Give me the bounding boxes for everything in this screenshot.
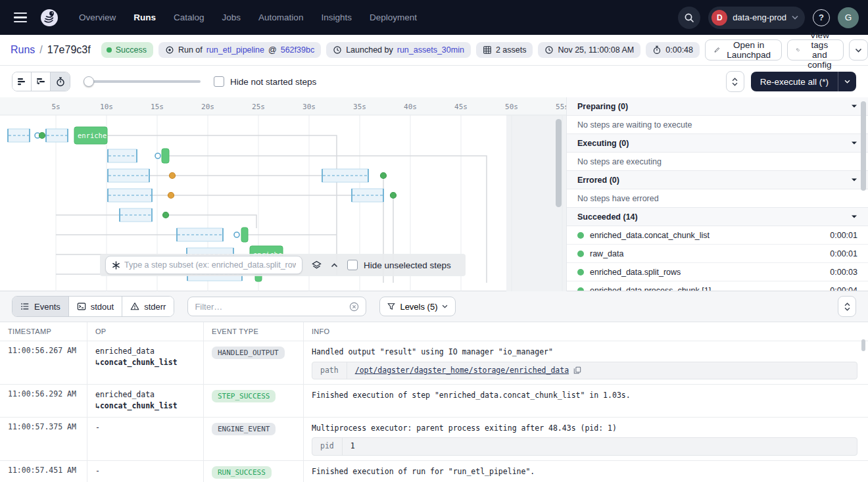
gantt-zoom-slider[interactable] <box>84 76 201 87</box>
tag-link[interactable]: 562f39bc <box>281 45 314 55</box>
event-type-badge: RUN_SUCCESS <box>212 466 272 479</box>
step-row[interactable]: enriched_data.concat_chunk_list0:00:01 <box>567 226 868 245</box>
run-more-actions-button[interactable] <box>849 39 868 60</box>
event-timestamp: 11:00:57.451 AM <box>0 461 87 482</box>
step-row[interactable]: enriched_data.split_rows0:00:03 <box>567 263 868 281</box>
step-row[interactable]: enriched_data.process_chunk [1]0:00:04 <box>567 281 868 291</box>
step-subset-input[interactable] <box>124 260 296 270</box>
event-timestamp: 11:00:56.292 AM <box>0 385 87 417</box>
metadata-key: pid <box>312 438 343 455</box>
search-icon[interactable] <box>678 7 700 29</box>
step-duration: 0:00:04 <box>830 286 857 291</box>
nav-item-insights[interactable]: Insights <box>321 12 352 22</box>
event-info: Finished execution of step "enriched_dat… <box>304 385 868 417</box>
nav-item-overview[interactable]: Overview <box>79 12 116 22</box>
log-expand-collapse-button[interactable] <box>838 296 856 317</box>
nav-item-automation[interactable]: Automation <box>258 12 303 22</box>
flat-view-icon[interactable] <box>12 72 32 91</box>
layers-icon[interactable] <box>312 260 322 270</box>
log-filter-input[interactable] <box>195 302 344 312</box>
clear-filter-icon[interactable] <box>349 302 359 312</box>
tab-label: stdout <box>91 302 114 312</box>
step-section-header[interactable]: Executing (0) <box>567 134 868 153</box>
tab-stderr[interactable]: stderr <box>122 297 174 316</box>
tag-text: @ <box>268 45 277 55</box>
waterfall-view-icon[interactable] <box>32 72 51 91</box>
event-table-scrollbar[interactable] <box>861 339 865 351</box>
step-subset-input-wrap[interactable] <box>105 256 302 274</box>
re-execute-dropdown[interactable] <box>838 72 856 91</box>
pencil-icon <box>714 45 720 55</box>
tab-label: stderr <box>144 302 166 312</box>
step-section-header[interactable]: Succeeded (14) <box>567 208 868 226</box>
tag-link[interactable]: run_etl_pipeline <box>206 45 264 55</box>
expand-collapse-button[interactable] <box>726 71 744 92</box>
metadata-path-link[interactable]: /opt/dagster/dagster_home/storage/enrich… <box>355 364 569 377</box>
hamburger-menu-icon[interactable] <box>9 7 32 29</box>
log-filter-wrap[interactable] <box>187 297 366 316</box>
run-tag[interactable]: 2 assets <box>476 42 533 58</box>
hide-unselected-checkbox[interactable]: Hide unselected steps <box>347 260 451 270</box>
gantt-scrollbar[interactable] <box>556 119 562 207</box>
user-avatar[interactable]: G <box>838 7 859 28</box>
step-section-header[interactable]: Errored (0) <box>567 171 868 189</box>
step-panel-scrollbar[interactable] <box>861 101 866 191</box>
breadcrumb-runs-link[interactable]: Runs <box>11 44 35 56</box>
step-name: enriched_data.split_rows <box>590 268 681 277</box>
gantt-overlay-bar: Hide unselected steps <box>100 254 466 276</box>
assets-grid-icon <box>483 45 492 55</box>
step-section-title: Errored (0) <box>577 176 619 185</box>
workspace-switcher[interactable]: D data-eng-prod <box>708 7 805 29</box>
nav-right: D data-eng-prod ? G <box>678 7 859 29</box>
step-section-title: Preparing (0) <box>577 102 628 111</box>
step-section-header[interactable]: Preparing (0) <box>567 97 868 116</box>
copy-icon[interactable] <box>573 366 581 374</box>
timer-icon <box>652 45 662 55</box>
event-row[interactable]: 11:00:56.292 AMenriched_data↳concat_chun… <box>0 385 868 418</box>
tag-text: 0:00:48 <box>665 45 693 55</box>
event-info: Finished execution of run for "run_etl_p… <box>304 461 868 482</box>
tab-stdout[interactable]: stdout <box>69 297 122 316</box>
re-execute-all-button[interactable]: Re-execute all (*) <box>751 72 856 91</box>
levels-dropdown[interactable]: Levels (5) <box>379 297 456 316</box>
event-op: - <box>87 461 204 482</box>
tag-link[interactable]: run_assets_30min <box>397 45 464 55</box>
event-op: - <box>87 418 204 460</box>
open-in-launchpad-button[interactable]: Open in Launchpad <box>705 39 782 60</box>
run-tag[interactable]: Run of run_etl_pipeline @ 562f39bc <box>158 42 321 58</box>
hide-not-started-checkbox[interactable]: Hide not started steps <box>214 76 316 87</box>
svg-text:35s: 35s <box>353 103 366 111</box>
event-log-table: TIMESTAMPOPEVENT TYPEINFO 11:00:56.267 A… <box>0 322 868 482</box>
run-tag[interactable]: Launched by run_assets_30min <box>326 42 471 58</box>
svg-text:40s: 40s <box>404 103 417 111</box>
chevron-up-icon[interactable] <box>331 263 338 268</box>
tab-events[interactable]: Events <box>12 297 69 316</box>
event-type-badge: STEP_SUCCESS <box>212 390 276 402</box>
event-row[interactable]: 11:00:57.451 AM-RUN_SUCCESSFinished exec… <box>0 461 868 482</box>
nav-item-runs[interactable]: Runs <box>133 12 156 22</box>
gantt-chart[interactable]: 5s10s15s20s25s30s35s40s45s50s55senriche.… <box>0 97 567 291</box>
column-header: INFO <box>304 322 868 341</box>
timed-view-icon[interactable] <box>51 72 70 91</box>
svg-text:15s: 15s <box>151 103 164 111</box>
event-op: enriched_data↳concat_chunk_list <box>87 341 204 384</box>
step-row[interactable]: raw_data0:00:01 <box>567 245 868 263</box>
svg-text:55s: 55s <box>556 103 567 111</box>
event-row[interactable]: 11:00:56.267 AMenriched_data↳concat_chun… <box>0 341 868 385</box>
metadata-value: /opt/dagster/dagster_home/storage/enrich… <box>347 362 857 379</box>
run-id: 17e79c3f <box>47 44 91 56</box>
workspace-label: data-eng-prod <box>733 12 786 22</box>
nav-item-deployment[interactable]: Deployment <box>370 12 417 22</box>
nav-item-catalog[interactable]: Catalog <box>174 12 205 22</box>
view-tags-config-button[interactable]: View tags and config <box>787 39 844 60</box>
nav-item-jobs[interactable]: Jobs <box>222 12 241 22</box>
run-tag[interactable]: 0:00:48 <box>646 42 700 58</box>
top-nav: OverviewRunsCatalogJobsAutomationInsight… <box>0 0 868 35</box>
terminal-icon <box>77 302 86 311</box>
status-badge: Success <box>101 42 153 58</box>
slider-handle[interactable] <box>84 76 94 87</box>
event-row[interactable]: 11:00:57.375 AM-ENGINE_EVENTMultiprocess… <box>0 418 868 461</box>
help-icon[interactable]: ? <box>813 9 830 26</box>
nav-items: OverviewRunsCatalogJobsAutomationInsight… <box>79 12 417 22</box>
run-tag[interactable]: Nov 25, 11:00:08 AM <box>538 42 640 58</box>
